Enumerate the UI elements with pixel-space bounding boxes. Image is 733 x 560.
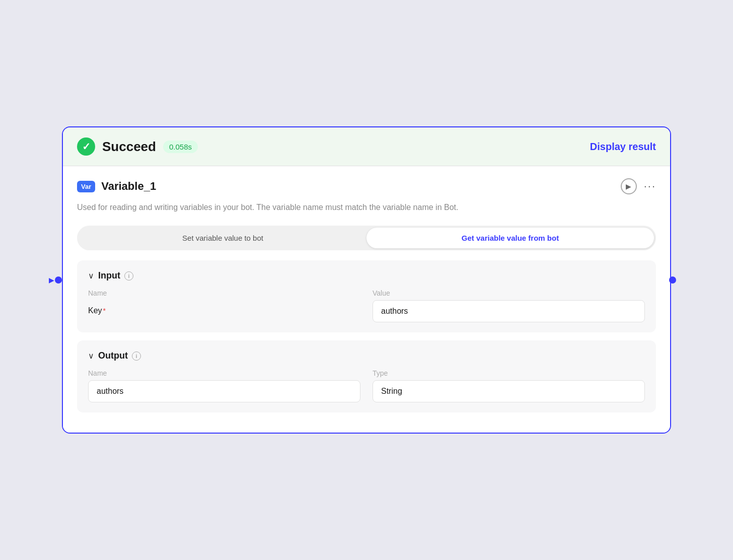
connector-left (53, 271, 62, 289)
input-key-row: Key * (88, 300, 360, 321)
variable-name: Variable_1 (101, 180, 156, 193)
input-key-value: authors (373, 300, 645, 322)
header-left: ✓ Succeed 0.058s (77, 137, 198, 156)
connector-dot-right (669, 276, 676, 284)
main-card-wrapper: ✓ Succeed 0.058s Display result Var Vari… (62, 126, 671, 434)
connector-right (669, 276, 676, 284)
time-badge: 0.058s (163, 141, 198, 153)
input-chevron-icon: ∨ (88, 271, 94, 281)
input-section-header: ∨ Input i (88, 270, 645, 281)
connector-dot-left (55, 276, 62, 284)
output-name-col: Name authors (88, 369, 360, 402)
output-name-value: authors (88, 380, 360, 402)
required-star: * (103, 307, 106, 315)
variable-actions: ▶ ··· (621, 178, 656, 194)
tab-get-variable[interactable]: Get variable value from bot (366, 228, 654, 248)
variable-header: Var Variable_1 ▶ ··· (77, 178, 656, 194)
variable-left: Var Variable_1 (77, 180, 156, 193)
play-icon: ▶ (626, 182, 631, 190)
output-section-title: Output (98, 351, 128, 361)
var-badge: Var (77, 181, 95, 192)
variable-card: ✓ Succeed 0.058s Display result Var Vari… (62, 126, 671, 434)
input-value-col: Value authors (373, 289, 645, 322)
output-type-label: Type (373, 369, 645, 377)
input-value-label: Value (373, 289, 645, 297)
input-section: ∨ Input i Name Key * Value (77, 260, 656, 332)
more-button[interactable]: ··· (644, 180, 656, 193)
output-section-header: ∨ Output i (88, 351, 645, 361)
input-section-title: Input (98, 270, 120, 281)
succeed-label: Succeed (102, 139, 156, 155)
success-icon: ✓ (77, 137, 95, 156)
input-name-label: Name (88, 289, 360, 297)
display-result-button[interactable]: Display result (590, 141, 656, 153)
input-name-col: Name Key * (88, 289, 360, 322)
header-bar: ✓ Succeed 0.058s Display result (63, 127, 670, 166)
output-type-col: Type String (373, 369, 645, 402)
output-type-value: String (373, 380, 645, 402)
output-section: ∨ Output i Name authors Type String (77, 340, 656, 412)
output-name-label: Name (88, 369, 360, 377)
key-label: Key (88, 306, 102, 315)
tab-switcher: Set variable value to bot Get variable v… (77, 226, 656, 250)
input-fields-grid: Name Key * Value authors (88, 289, 645, 322)
card-body: Var Variable_1 ▶ ··· Used for reading an… (63, 166, 670, 433)
variable-description: Used for reading and writing variables i… (77, 201, 656, 214)
output-fields-grid: Name authors Type String (88, 369, 645, 402)
tab-set-variable[interactable]: Set variable value to bot (79, 228, 366, 248)
output-chevron-icon: ∨ (88, 351, 94, 361)
output-info-icon: i (132, 352, 141, 361)
play-button[interactable]: ▶ (621, 178, 637, 194)
checkmark-icon: ✓ (82, 141, 91, 153)
input-info-icon: i (124, 271, 133, 281)
